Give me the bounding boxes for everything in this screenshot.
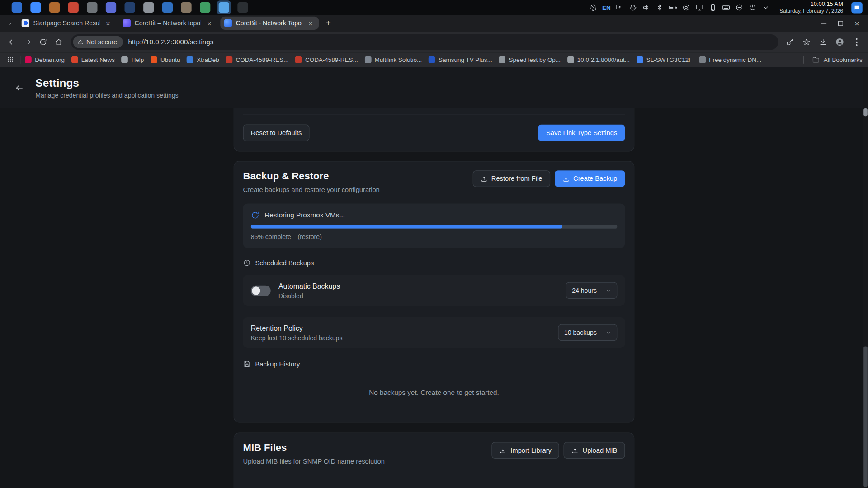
bookmark-star-icon[interactable] <box>799 35 814 49</box>
app-icon-files[interactable] <box>47 0 61 14</box>
download-icon <box>500 447 507 454</box>
keyboard-icon[interactable] <box>722 3 730 11</box>
tab-corebit-2-active[interactable]: CoreBit - Network Topolog... × <box>220 17 319 30</box>
back-icon[interactable] <box>5 34 20 50</box>
close-button[interactable]: × <box>849 15 864 31</box>
bookmark-favicon <box>429 56 435 63</box>
bookmark-item[interactable]: Debian.org <box>25 56 65 63</box>
page-scrollbar[interactable] <box>863 67 868 488</box>
tab-close-icon[interactable]: × <box>205 19 214 28</box>
app-icon-editor[interactable] <box>66 0 80 14</box>
toolbar-actions <box>783 35 863 49</box>
bookmark-item[interactable]: Samsung TV Plus... <box>429 56 492 63</box>
camera-icon[interactable] <box>682 3 690 11</box>
restore-from-file-button[interactable]: Restore from File <box>472 170 550 187</box>
all-bookmarks[interactable]: All Bookmarks <box>799 56 863 64</box>
tab-close-icon[interactable]: × <box>306 19 315 28</box>
apps-grid-icon[interactable] <box>5 55 15 65</box>
app-icon-recorder[interactable] <box>160 0 175 14</box>
save-link-type-button[interactable]: Save Link Type Settings <box>538 125 625 141</box>
reset-defaults-button[interactable]: Reset to Defaults <box>243 125 310 141</box>
chevron-down-icon[interactable] <box>762 3 770 11</box>
bookmark-label: Latest News <box>81 56 115 63</box>
menu-dots-icon[interactable] <box>849 35 863 49</box>
maximize-button[interactable] <box>833 15 848 31</box>
bookmarks-list: Debian.org Latest News Help Ubuntu XtraD… <box>25 56 794 63</box>
automatic-backups-toggle[interactable] <box>251 285 271 296</box>
bookmark-item[interactable]: XtraDeb <box>187 56 219 63</box>
browser-toolbar: Not secure http://10.0.2.2:3000/settings <box>0 32 868 53</box>
tab-title: CoreBit – Network topology <box>135 20 201 27</box>
app-icon-media[interactable] <box>85 0 99 14</box>
battery-icon[interactable] <box>669 3 677 11</box>
app-icon-blueprint[interactable] <box>10 0 24 14</box>
upload-mib-button[interactable]: Upload MIB <box>564 442 625 459</box>
clock-date: Saturday, February 7, 2026 <box>779 8 843 14</box>
backup-interval-select[interactable]: 24 hours <box>566 282 618 299</box>
window-controls: × <box>816 15 865 31</box>
import-library-button[interactable]: Import Library <box>492 442 559 459</box>
app-icon-firefox[interactable] <box>104 0 118 14</box>
forward-icon[interactable] <box>20 34 35 50</box>
retention-count-select[interactable]: 10 backups <box>558 324 617 341</box>
bookmark-favicon <box>71 56 78 63</box>
bookmark-item[interactable]: Multilink Solutio... <box>364 56 422 63</box>
app-icon-wireshark[interactable] <box>198 0 212 14</box>
smartphone-icon[interactable] <box>708 3 717 11</box>
new-tab-button[interactable]: + <box>321 17 335 30</box>
bookmark-item[interactable]: Ubuntu <box>151 56 180 63</box>
app-icon-gimp[interactable] <box>179 0 193 14</box>
display-icon[interactable] <box>695 3 703 11</box>
color-picker-icon[interactable] <box>629 3 637 11</box>
app-icon-active-app[interactable] <box>217 0 231 14</box>
retention-policy-row: Retention Policy Keep last 10 scheduled … <box>243 317 625 348</box>
progress-label: Restoring Proxmox VMs... <box>264 211 345 219</box>
back-arrow-icon[interactable] <box>13 82 25 94</box>
bookmark-item[interactable]: CODA-4589-RES... <box>226 56 288 63</box>
password-key-icon[interactable] <box>783 35 797 49</box>
bookmark-label: Free dynamic DN... <box>709 56 761 63</box>
bookmark-item[interactable]: Latest News <box>71 56 115 63</box>
home-icon[interactable] <box>51 34 66 50</box>
create-backup-button[interactable]: Create Backup <box>554 170 625 187</box>
clock-widget[interactable]: 10:00:15 AM Saturday, February 7, 2026 <box>779 0 843 14</box>
power-icon[interactable] <box>749 3 757 11</box>
bookmark-item[interactable]: CODA-4589-RES... <box>295 56 358 63</box>
volume-icon[interactable] <box>642 3 650 11</box>
chat-app-icon[interactable] <box>851 2 862 13</box>
security-chip[interactable]: Not secure <box>73 36 123 48</box>
do-not-disturb-icon[interactable] <box>735 3 743 11</box>
notifications-off-icon[interactable] <box>589 3 597 11</box>
tab-startpage[interactable]: Startpage Search Results × <box>18 17 116 30</box>
tab-search-button[interactable] <box>3 17 15 29</box>
chevron-down-icon <box>606 330 611 335</box>
tab-close-icon[interactable]: × <box>104 19 113 28</box>
app-icon-dark-app[interactable] <box>123 0 137 14</box>
bookmark-item[interactable]: SpeedTest by Op... <box>499 56 561 63</box>
clock-icon <box>243 259 251 267</box>
scrollbar-thumb[interactable] <box>863 347 868 487</box>
downloads-icon[interactable] <box>816 35 830 49</box>
bookmark-label: CODA-4589-RES... <box>236 56 288 63</box>
bookmark-item[interactable]: 10.0.2.1:8080/aut... <box>567 56 630 63</box>
language-indicator[interactable]: EN <box>602 4 611 11</box>
page-content: Reset to Defaults Save Link Type Setting… <box>0 67 868 488</box>
bookmark-label: Ubuntu <box>160 56 180 63</box>
profile-avatar[interactable] <box>833 35 847 49</box>
app-icon-npm[interactable] <box>236 0 250 14</box>
backup-card-subtitle: Create backups and restore your configur… <box>243 186 380 193</box>
address-bar[interactable]: Not secure http://10.0.2.2:3000/settings <box>71 34 778 50</box>
tab-title: CoreBit - Network Topolog... <box>236 20 302 27</box>
chevron-down-icon <box>606 288 611 293</box>
bookmark-item[interactable]: Free dynamic DN... <box>699 56 761 63</box>
bookmark-favicon <box>364 56 371 63</box>
bookmark-item[interactable]: SL-SWTG3C12F <box>637 56 693 63</box>
app-icon-browser[interactable] <box>29 0 43 14</box>
screen-share-icon[interactable] <box>616 3 624 11</box>
reload-icon[interactable] <box>35 34 51 50</box>
tab-corebit-1[interactable]: CoreBit – Network topology × <box>119 17 217 30</box>
bookmark-item[interactable]: Help <box>122 56 144 63</box>
app-icon-terminal[interactable] <box>142 0 156 14</box>
bluetooth-icon[interactable] <box>656 3 664 11</box>
minimize-button[interactable] <box>816 15 831 31</box>
